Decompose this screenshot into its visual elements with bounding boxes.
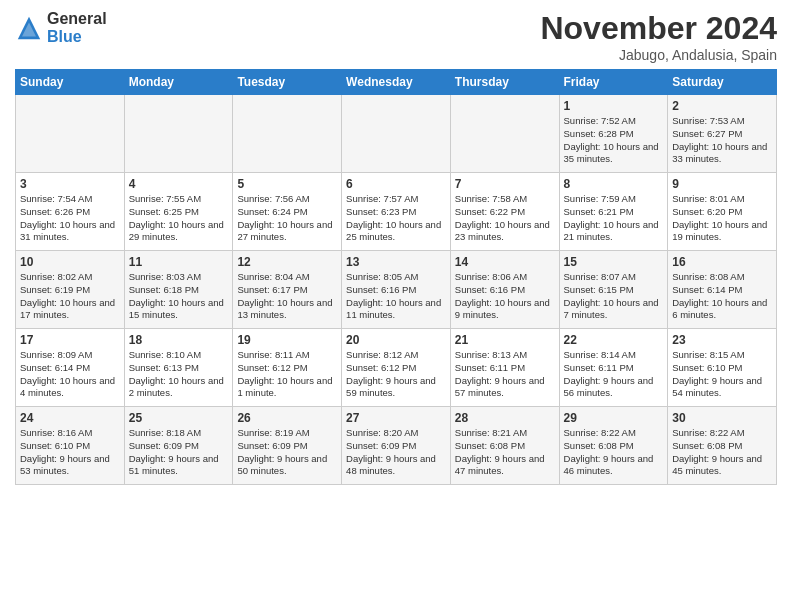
col-thursday: Thursday [450, 70, 559, 95]
calendar-week-0: 1Sunrise: 7:52 AM Sunset: 6:28 PM Daylig… [16, 95, 777, 173]
calendar-cell: 25Sunrise: 8:18 AM Sunset: 6:09 PM Dayli… [124, 407, 233, 485]
header: General Blue November 2024 Jabugo, Andal… [15, 10, 777, 63]
day-number: 26 [237, 411, 337, 425]
day-info: Sunrise: 7:57 AM Sunset: 6:23 PM Dayligh… [346, 193, 446, 244]
calendar-cell: 5Sunrise: 7:56 AM Sunset: 6:24 PM Daylig… [233, 173, 342, 251]
day-info: Sunrise: 7:53 AM Sunset: 6:27 PM Dayligh… [672, 115, 772, 166]
day-number: 23 [672, 333, 772, 347]
day-number: 8 [564, 177, 664, 191]
title-block: November 2024 Jabugo, Andalusia, Spain [540, 10, 777, 63]
calendar-cell: 7Sunrise: 7:58 AM Sunset: 6:22 PM Daylig… [450, 173, 559, 251]
day-info: Sunrise: 8:08 AM Sunset: 6:14 PM Dayligh… [672, 271, 772, 322]
calendar-cell: 29Sunrise: 8:22 AM Sunset: 6:08 PM Dayli… [559, 407, 668, 485]
subtitle: Jabugo, Andalusia, Spain [540, 47, 777, 63]
day-info: Sunrise: 8:14 AM Sunset: 6:11 PM Dayligh… [564, 349, 664, 400]
day-number: 22 [564, 333, 664, 347]
col-monday: Monday [124, 70, 233, 95]
day-number: 5 [237, 177, 337, 191]
calendar-cell: 1Sunrise: 7:52 AM Sunset: 6:28 PM Daylig… [559, 95, 668, 173]
calendar-cell: 14Sunrise: 8:06 AM Sunset: 6:16 PM Dayli… [450, 251, 559, 329]
day-info: Sunrise: 7:58 AM Sunset: 6:22 PM Dayligh… [455, 193, 555, 244]
calendar-cell: 21Sunrise: 8:13 AM Sunset: 6:11 PM Dayli… [450, 329, 559, 407]
day-info: Sunrise: 8:20 AM Sunset: 6:09 PM Dayligh… [346, 427, 446, 478]
day-number: 29 [564, 411, 664, 425]
day-number: 15 [564, 255, 664, 269]
calendar-cell [450, 95, 559, 173]
day-info: Sunrise: 7:59 AM Sunset: 6:21 PM Dayligh… [564, 193, 664, 244]
day-info: Sunrise: 8:18 AM Sunset: 6:09 PM Dayligh… [129, 427, 229, 478]
calendar-cell: 3Sunrise: 7:54 AM Sunset: 6:26 PM Daylig… [16, 173, 125, 251]
calendar-cell: 26Sunrise: 8:19 AM Sunset: 6:09 PM Dayli… [233, 407, 342, 485]
day-number: 24 [20, 411, 120, 425]
logo: General Blue [15, 10, 107, 45]
day-info: Sunrise: 8:21 AM Sunset: 6:08 PM Dayligh… [455, 427, 555, 478]
logo-general-text: General [47, 10, 107, 28]
col-wednesday: Wednesday [342, 70, 451, 95]
day-number: 6 [346, 177, 446, 191]
calendar-cell: 24Sunrise: 8:16 AM Sunset: 6:10 PM Dayli… [16, 407, 125, 485]
day-number: 14 [455, 255, 555, 269]
calendar-body: 1Sunrise: 7:52 AM Sunset: 6:28 PM Daylig… [16, 95, 777, 485]
day-number: 21 [455, 333, 555, 347]
day-info: Sunrise: 8:04 AM Sunset: 6:17 PM Dayligh… [237, 271, 337, 322]
day-info: Sunrise: 8:22 AM Sunset: 6:08 PM Dayligh… [672, 427, 772, 478]
day-info: Sunrise: 8:02 AM Sunset: 6:19 PM Dayligh… [20, 271, 120, 322]
day-info: Sunrise: 7:56 AM Sunset: 6:24 PM Dayligh… [237, 193, 337, 244]
day-number: 19 [237, 333, 337, 347]
calendar-cell: 30Sunrise: 8:22 AM Sunset: 6:08 PM Dayli… [668, 407, 777, 485]
day-number: 20 [346, 333, 446, 347]
day-number: 3 [20, 177, 120, 191]
day-info: Sunrise: 8:06 AM Sunset: 6:16 PM Dayligh… [455, 271, 555, 322]
calendar-cell: 19Sunrise: 8:11 AM Sunset: 6:12 PM Dayli… [233, 329, 342, 407]
col-tuesday: Tuesday [233, 70, 342, 95]
calendar-cell: 17Sunrise: 8:09 AM Sunset: 6:14 PM Dayli… [16, 329, 125, 407]
calendar-cell [342, 95, 451, 173]
day-number: 30 [672, 411, 772, 425]
calendar-week-2: 10Sunrise: 8:02 AM Sunset: 6:19 PM Dayli… [16, 251, 777, 329]
calendar-cell: 15Sunrise: 8:07 AM Sunset: 6:15 PM Dayli… [559, 251, 668, 329]
day-number: 2 [672, 99, 772, 113]
day-number: 17 [20, 333, 120, 347]
calendar-cell: 22Sunrise: 8:14 AM Sunset: 6:11 PM Dayli… [559, 329, 668, 407]
day-info: Sunrise: 8:07 AM Sunset: 6:15 PM Dayligh… [564, 271, 664, 322]
day-info: Sunrise: 7:55 AM Sunset: 6:25 PM Dayligh… [129, 193, 229, 244]
calendar-cell: 11Sunrise: 8:03 AM Sunset: 6:18 PM Dayli… [124, 251, 233, 329]
calendar-week-3: 17Sunrise: 8:09 AM Sunset: 6:14 PM Dayli… [16, 329, 777, 407]
day-info: Sunrise: 8:12 AM Sunset: 6:12 PM Dayligh… [346, 349, 446, 400]
day-number: 9 [672, 177, 772, 191]
day-info: Sunrise: 8:05 AM Sunset: 6:16 PM Dayligh… [346, 271, 446, 322]
col-friday: Friday [559, 70, 668, 95]
col-saturday: Saturday [668, 70, 777, 95]
col-sunday: Sunday [16, 70, 125, 95]
logo-text: General Blue [47, 10, 107, 45]
day-info: Sunrise: 8:13 AM Sunset: 6:11 PM Dayligh… [455, 349, 555, 400]
day-number: 10 [20, 255, 120, 269]
calendar-cell: 6Sunrise: 7:57 AM Sunset: 6:23 PM Daylig… [342, 173, 451, 251]
day-info: Sunrise: 7:52 AM Sunset: 6:28 PM Dayligh… [564, 115, 664, 166]
calendar-cell [124, 95, 233, 173]
day-number: 27 [346, 411, 446, 425]
page-container: General Blue November 2024 Jabugo, Andal… [0, 0, 792, 495]
calendar-cell: 8Sunrise: 7:59 AM Sunset: 6:21 PM Daylig… [559, 173, 668, 251]
calendar-cell: 4Sunrise: 7:55 AM Sunset: 6:25 PM Daylig… [124, 173, 233, 251]
day-info: Sunrise: 8:11 AM Sunset: 6:12 PM Dayligh… [237, 349, 337, 400]
day-number: 16 [672, 255, 772, 269]
calendar-cell: 10Sunrise: 8:02 AM Sunset: 6:19 PM Dayli… [16, 251, 125, 329]
calendar-cell: 27Sunrise: 8:20 AM Sunset: 6:09 PM Dayli… [342, 407, 451, 485]
calendar-week-1: 3Sunrise: 7:54 AM Sunset: 6:26 PM Daylig… [16, 173, 777, 251]
day-number: 4 [129, 177, 229, 191]
day-info: Sunrise: 8:03 AM Sunset: 6:18 PM Dayligh… [129, 271, 229, 322]
calendar-table: Sunday Monday Tuesday Wednesday Thursday… [15, 69, 777, 485]
day-number: 11 [129, 255, 229, 269]
day-info: Sunrise: 8:15 AM Sunset: 6:10 PM Dayligh… [672, 349, 772, 400]
day-number: 18 [129, 333, 229, 347]
calendar-cell: 28Sunrise: 8:21 AM Sunset: 6:08 PM Dayli… [450, 407, 559, 485]
day-number: 25 [129, 411, 229, 425]
calendar-week-4: 24Sunrise: 8:16 AM Sunset: 6:10 PM Dayli… [16, 407, 777, 485]
calendar-cell: 9Sunrise: 8:01 AM Sunset: 6:20 PM Daylig… [668, 173, 777, 251]
calendar-cell: 23Sunrise: 8:15 AM Sunset: 6:10 PM Dayli… [668, 329, 777, 407]
header-row: Sunday Monday Tuesday Wednesday Thursday… [16, 70, 777, 95]
day-number: 1 [564, 99, 664, 113]
day-info: Sunrise: 8:01 AM Sunset: 6:20 PM Dayligh… [672, 193, 772, 244]
calendar-header: Sunday Monday Tuesday Wednesday Thursday… [16, 70, 777, 95]
